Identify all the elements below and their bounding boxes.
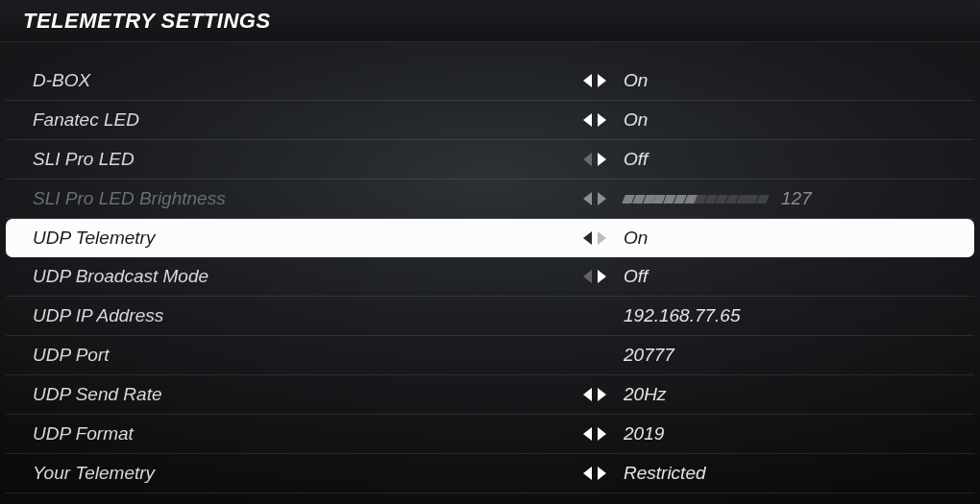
arrow-right-icon[interactable] [598, 231, 606, 245]
value-stepper[interactable] [576, 231, 614, 245]
arrow-left-icon[interactable] [583, 192, 592, 205]
setting-row-your-telemetry[interactable]: Your TelemetryRestricted [6, 454, 974, 493]
setting-row-udp-port[interactable]: UDP Port20777 [6, 336, 974, 375]
setting-value: 20777 [614, 345, 957, 366]
setting-label: UDP Send Rate [33, 384, 576, 405]
setting-row-udp-format[interactable]: UDP Format2019 [6, 415, 974, 454]
value-stepper[interactable] [576, 113, 614, 127]
setting-label: UDP IP Address [33, 305, 576, 326]
setting-value: 192.168.77.65 [614, 305, 957, 326]
setting-label: UDP Port [33, 345, 576, 366]
arrow-right-icon[interactable] [598, 74, 606, 87]
setting-label: UDP Telemetry [33, 228, 576, 249]
setting-label: UDP Broadcast Mode [33, 266, 576, 287]
setting-row-d-box[interactable]: D-BOXOn [6, 61, 974, 101]
setting-row-udp-send-rate[interactable]: UDP Send Rate20Hz [6, 375, 974, 415]
setting-label: UDP Format [33, 423, 576, 444]
setting-label: Fanatec LED [33, 109, 576, 131]
arrow-right-icon[interactable] [598, 427, 606, 441]
value-stepper[interactable] [576, 427, 614, 441]
setting-value: On [614, 109, 957, 131]
value-stepper[interactable] [576, 270, 614, 283]
arrow-left-icon[interactable] [583, 388, 592, 401]
setting-value: 20Hz [614, 384, 957, 405]
setting-row-sli-pro-bright[interactable]: SLI Pro LED Brightness127 [6, 180, 974, 219]
setting-label: Your Telemetry [33, 463, 576, 484]
setting-value: On [614, 70, 957, 91]
setting-value: Restricted [614, 463, 957, 484]
setting-label: SLI Pro LED Brightness [33, 188, 576, 209]
value-stepper[interactable] [576, 192, 614, 205]
arrow-right-icon[interactable] [598, 192, 606, 205]
setting-value: Off [614, 266, 957, 287]
arrow-right-icon[interactable] [598, 467, 606, 480]
value-stepper[interactable] [576, 388, 614, 401]
slider-value: 127 [781, 188, 812, 209]
setting-row-sli-pro-led[interactable]: SLI Pro LEDOff [6, 140, 974, 180]
setting-row-udp-telemetry[interactable]: UDP TelemetryOn [6, 219, 974, 257]
setting-row-udp-ip[interactable]: UDP IP Address192.168.77.65 [6, 297, 974, 336]
setting-value: 2019 [614, 423, 957, 444]
value-stepper[interactable] [576, 74, 614, 87]
arrow-left-icon[interactable] [583, 270, 592, 283]
arrow-left-icon[interactable] [583, 427, 592, 441]
page-title: TELEMETRY SETTINGS [0, 0, 980, 42]
arrow-right-icon[interactable] [598, 388, 606, 401]
setting-row-fanatec-led[interactable]: Fanatec LEDOn [6, 101, 974, 140]
setting-label: D-BOX [33, 70, 576, 91]
setting-value: 127 [614, 188, 957, 209]
value-stepper[interactable] [576, 467, 614, 480]
setting-value: Off [614, 149, 957, 170]
arrow-left-icon[interactable] [583, 153, 592, 166]
arrow-right-icon[interactable] [598, 113, 606, 127]
value-stepper[interactable] [576, 153, 614, 166]
arrow-right-icon[interactable] [598, 270, 606, 283]
arrow-left-icon[interactable] [583, 231, 592, 245]
arrow-left-icon[interactable] [583, 467, 592, 480]
setting-row-udp-broadcast[interactable]: UDP Broadcast ModeOff [6, 257, 974, 297]
slider-track[interactable] [624, 195, 768, 204]
setting-label: SLI Pro LED [33, 149, 576, 170]
arrow-left-icon[interactable] [583, 113, 592, 127]
setting-value: On [614, 228, 957, 249]
settings-panel: D-BOXOnFanatec LEDOnSLI Pro LEDOffSLI Pr… [6, 56, 974, 493]
arrow-left-icon[interactable] [583, 74, 592, 87]
arrow-right-icon[interactable] [598, 153, 606, 166]
